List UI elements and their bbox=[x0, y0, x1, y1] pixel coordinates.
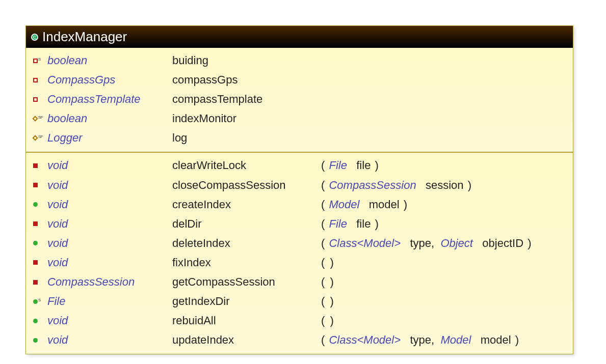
method-name: getIndexDir bbox=[172, 293, 320, 310]
param-name: type bbox=[410, 333, 431, 346]
return-type: void bbox=[47, 157, 172, 174]
return-type: void bbox=[47, 312, 172, 329]
method-row: voidrebuidAll( ) bbox=[26, 311, 573, 330]
param-type: CompassSession bbox=[329, 179, 416, 191]
method-name: closeCompassSession bbox=[172, 177, 320, 194]
field-row: CompassGpscompassGps bbox=[26, 70, 573, 90]
field-type: CompassGps bbox=[47, 71, 172, 89]
field-name: log bbox=[172, 129, 320, 147]
param-name: file bbox=[356, 217, 371, 230]
return-type: void bbox=[47, 177, 172, 194]
method-params: ( File file ) bbox=[320, 157, 567, 174]
class-header: C IndexManager bbox=[26, 26, 573, 48]
return-type: void bbox=[47, 235, 172, 252]
param-type: Object bbox=[440, 237, 473, 249]
modifier-badge: S bbox=[38, 297, 41, 303]
visibility-private-icon bbox=[33, 78, 47, 82]
method-params: ( ) bbox=[320, 273, 567, 291]
method-params: ( ) bbox=[320, 312, 567, 329]
visibility-public-icon bbox=[33, 241, 47, 245]
param-type: Model bbox=[440, 333, 471, 346]
param-name: type bbox=[410, 237, 431, 249]
visibility-private-icon bbox=[33, 97, 47, 102]
visibility-default-icon: SF bbox=[33, 117, 47, 121]
method-name: rebuidAll bbox=[172, 312, 320, 329]
method-name: updateIndex bbox=[172, 331, 320, 349]
param-name: model bbox=[369, 198, 400, 211]
param-type: Class<Model> bbox=[329, 333, 401, 346]
method-params: ( Class<Model> type, Model model ) bbox=[320, 331, 567, 349]
param-type: File bbox=[329, 217, 347, 230]
field-type: Logger bbox=[47, 129, 172, 147]
method-name: createIndex bbox=[172, 196, 320, 213]
class-icon: C bbox=[31, 34, 38, 41]
field-name: compassTemplate bbox=[172, 91, 320, 108]
return-type: void bbox=[47, 254, 172, 271]
method-row: SFilegetIndexDir( ) bbox=[26, 292, 573, 311]
method-row: voiddelDir( File file ) bbox=[26, 214, 573, 234]
method-row: voidcreateIndex( Model model ) bbox=[26, 195, 573, 214]
field-name: compassGps bbox=[172, 71, 320, 89]
field-name: indexMonitor bbox=[172, 110, 320, 127]
return-type: CompassSession bbox=[47, 273, 172, 291]
uml-class-box: C IndexManager SbooleanbuidingCompassGps… bbox=[25, 25, 573, 354]
field-row: CompassTemplatecompassTemplate bbox=[26, 90, 573, 109]
method-params: ( Model model ) bbox=[320, 196, 567, 213]
method-params: ( CompassSession session ) bbox=[320, 177, 567, 194]
field-row: SFbooleanindexMonitor bbox=[26, 109, 573, 128]
method-row: voidclearWriteLock( File file ) bbox=[26, 156, 573, 175]
param-type: File bbox=[329, 159, 347, 172]
visibility-protected-icon bbox=[33, 260, 47, 265]
fields-section: SbooleanbuidingCompassGpscompassGpsCompa… bbox=[26, 48, 573, 152]
visibility-public-icon bbox=[33, 319, 47, 323]
param-name: objectID bbox=[482, 237, 523, 249]
param-name: session bbox=[426, 179, 464, 191]
return-type: void bbox=[47, 331, 172, 349]
visibility-public-icon bbox=[33, 338, 47, 343]
field-type: boolean bbox=[47, 110, 172, 127]
return-type: void bbox=[47, 215, 172, 233]
return-type: File bbox=[47, 293, 172, 310]
modifier-badge: SF bbox=[38, 115, 43, 121]
visibility-protected-icon bbox=[33, 221, 47, 226]
method-name: clearWriteLock bbox=[172, 157, 320, 174]
field-type: boolean bbox=[47, 52, 172, 69]
method-name: deleteIndex bbox=[172, 235, 320, 252]
visibility-protected-icon bbox=[33, 183, 47, 187]
class-name: IndexManager bbox=[42, 29, 127, 45]
field-name: buiding bbox=[172, 52, 320, 69]
modifier-badge: SF bbox=[38, 134, 43, 140]
visibility-public-icon bbox=[33, 202, 47, 207]
return-type: void bbox=[47, 196, 172, 213]
method-name: getCompassSession bbox=[172, 273, 320, 291]
method-params: ( Class<Model> type, Object objectID ) bbox=[320, 235, 567, 252]
visibility-protected-icon bbox=[33, 163, 47, 168]
param-name: file bbox=[356, 159, 371, 172]
param-type: Class<Model> bbox=[329, 237, 401, 249]
param-type: Model bbox=[329, 198, 359, 211]
visibility-default-icon: SF bbox=[33, 136, 47, 140]
visibility-protected-icon bbox=[33, 280, 47, 285]
method-name: fixIndex bbox=[172, 254, 320, 271]
visibility-private-icon: S bbox=[33, 59, 47, 63]
visibility-public-icon: S bbox=[33, 299, 47, 304]
method-row: CompassSessiongetCompassSession( ) bbox=[26, 272, 573, 292]
field-row: Sbooleanbuiding bbox=[26, 51, 573, 70]
field-type: CompassTemplate bbox=[47, 91, 172, 108]
method-params: ( File file ) bbox=[320, 215, 567, 233]
field-row: SFLoggerlog bbox=[26, 128, 573, 148]
modifier-badge: S bbox=[38, 57, 41, 63]
method-params: ( ) bbox=[320, 293, 567, 310]
method-row: voidupdateIndex( Class<Model> type, Mode… bbox=[26, 330, 573, 350]
param-name: model bbox=[481, 333, 511, 346]
method-row: voiddeleteIndex( Class<Model> type, Obje… bbox=[26, 234, 573, 253]
method-row: voidcloseCompassSession( CompassSession … bbox=[26, 176, 573, 195]
method-name: delDir bbox=[172, 215, 320, 233]
methods-section: voidclearWriteLock( File file )voidclose… bbox=[26, 152, 573, 354]
method-row: voidfixIndex( ) bbox=[26, 253, 573, 272]
method-params: ( ) bbox=[320, 254, 567, 271]
